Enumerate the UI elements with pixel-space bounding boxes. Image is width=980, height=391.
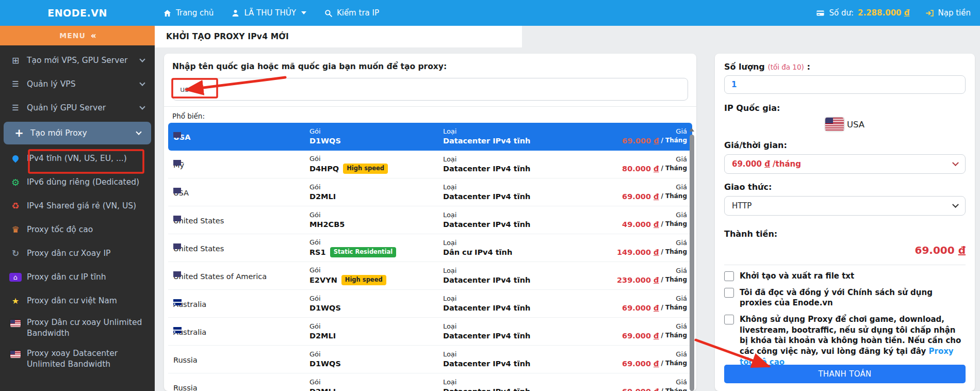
sidebar-item-proxy-residential-vn[interactable]: Proxy dân cư việt Nam [0,289,155,313]
row-type-header: Loại [443,378,605,387]
scrollbar-up-arrow-icon[interactable] [689,128,694,132]
row-type-cell: Loại Datacenter IPv4 tĩnh [443,183,605,202]
proxy-row[interactable]: Australia Gói D2MLI Loại Datacenter IPv4… [168,318,692,346]
row-price-value: 49.000 đ [622,220,659,230]
sidebar-item-ipv4-shared[interactable]: IPv4 Shared giá rẻ (VN, US) [0,194,155,218]
agree-policy-checkbox[interactable] [724,288,734,298]
proxy-row[interactable]: USA Gói D2MLI Loại Datacenter IPv4 tĩnh … [168,178,692,206]
sidebar-item-proxy-datacenter-unlimited[interactable]: Proxy xoay Datacenter Unlimited Bandwidt… [0,344,155,374]
row-type-header: Loại [443,322,605,331]
nav-check-ip[interactable]: Kiểm tra IP [324,8,379,18]
logo[interactable]: ENODE.VN [0,7,155,19]
export-txt-option: Khởi tạo và xuất ra file txt [724,271,966,282]
sidebar-item-proxy-rotating-unlimited[interactable]: Proxy Dân cư xoay Unlimited Bandwidth [0,313,155,344]
protocol-label: Giao thức: [724,182,966,192]
row-price-header: Giá [605,155,687,164]
row-package-cell: Gói D4HPQHigh speed [309,155,443,174]
row-price-suffix: / Tháng [661,165,687,173]
sidebar-item-create-vps-gpu[interactable]: Tạo mới VPS, GPU Server [0,48,155,72]
row-price-value: 69.000 đ [622,136,659,146]
proxy-row[interactable]: United States Gói RS1Static Residential … [168,234,692,262]
proxy-row[interactable]: Mỹ Gói D4HPQHigh speed Loại Datacenter I… [168,151,692,178]
sidebar-item-proxy-residential-rotating[interactable]: Proxy dân cư Xoay IP [0,241,155,265]
sidebar-item-manage-vps[interactable]: Quản lý VPS [0,72,155,96]
row-price-header: Giá [605,239,687,248]
sidebar-item-proxy-residential-static[interactable]: Proxy dân cư IP tĩnh [0,265,155,289]
row-package-code: MH2CB5 [309,220,345,230]
nav-right: Số dư: 2.288.000 đ Nạp tiền [816,8,980,18]
menu-collapse-header[interactable]: MENU « [0,26,155,45]
row-package-cell: Gói D2MLI [309,183,443,202]
currency-symbol: đ [654,360,659,368]
row-type-cell: Loại Datacenter IPv4 tĩnh [443,127,605,146]
chevron-down-icon [952,159,959,166]
price-duration-value: 69.000 đ /tháng [732,159,801,169]
row-type-cell: Loại Datacenter IPv4 tĩnh [443,378,605,391]
proxy-row[interactable]: Russia Gói D1WQS Loại Datacenter IPv4 tĩ… [168,346,692,373]
row-price-suffix: / Tháng [661,360,687,368]
row-country-cell: United States [173,216,309,225]
topup-button[interactable]: Nạp tiền [925,8,971,18]
row-package-header: Gói [309,322,443,331]
price-duration-select[interactable]: 69.000 đ /tháng [724,154,966,174]
list-scrollbar[interactable] [689,126,695,391]
quantity-label: Số lượng (tối đa 10) : [724,62,966,72]
row-package-code: D4HPQ [309,164,339,174]
row-package-header: Gói [309,238,443,247]
row-type-header: Loại [443,350,605,359]
nav-home[interactable]: Trang chủ [163,8,214,18]
home-icon [9,273,22,282]
row-price-suffix: / Tháng [661,332,687,340]
currency-symbol: đ [654,276,659,284]
sidebar-item-ipv4-static[interactable]: IPv4 tĩnh (VN, US, EU, ...) [0,146,155,170]
row-badge: High speed [341,275,386,285]
sidebar-item-create-proxy[interactable]: Tạo mới Proxy [4,122,151,144]
balance[interactable]: Số dư: 2.288.000 đ [816,8,909,18]
row-type-header: Loại [443,183,605,192]
usage-terms-option: Không sử dụng Proxy để chơi game, downlo… [724,314,966,367]
sidebar-item-manage-gpu[interactable]: Quản lý GPU Server [0,96,155,120]
nav-user-menu[interactable]: LÃ THU THỦY [231,8,306,18]
row-type-cell: Loại Datacenter IPv4 tĩnh [443,350,605,369]
export-txt-checkbox[interactable] [724,271,734,281]
row-type-cell: Loại Datacenter IPv4 tĩnh [443,295,605,313]
row-package-code: D2MLI [309,331,336,341]
sidebar-item-proxy-high-speed[interactable]: Proxy tốc độ cao [0,218,155,241]
row-package-header: Gói [309,266,443,275]
sidebar-item-ipv6-dedicated[interactable]: IPv6 dùng riêng (Dedicated) [0,170,155,194]
pay-button[interactable]: THANH TOÁN [724,365,966,383]
proxy-row[interactable]: Russia Gói D2MLI Loại Datacenter IPv4 tĩ… [168,373,692,391]
proxy-row[interactable]: USA Gói D1WQS Loại Datacenter IPv4 tĩnh … [168,123,692,151]
menu-header-label: MENU [59,31,86,40]
row-package-header: Gói [309,127,443,136]
proxy-row[interactable]: Australia Gói D1WQS Loại Datacenter IPv4… [168,290,692,318]
credit-card-icon [816,9,825,18]
row-package-code: RS1 [309,248,326,257]
row-country-name: USA [173,133,309,141]
proxy-create-card: Nhập tên quốc gia hoặc mã quốc gia bạn m… [164,54,696,391]
nav-check-ip-label: Kiểm tra IP [337,8,379,18]
row-package-cell: Gói MH2CB5 [309,211,443,230]
row-package-header: Gói [309,378,443,387]
proxy-row[interactable]: United States Gói MH2CB5 Loại Datacenter… [168,206,692,234]
row-price-cell: Giá 69.000 đ/ Tháng [605,183,687,202]
row-price-suffix: / Tháng [661,387,687,391]
row-package-cell: Gói D2MLI [309,378,443,391]
row-price-cell: Giá 69.000 đ/ Tháng [605,378,687,391]
country-search-input[interactable] [172,78,688,101]
quantity-input[interactable] [724,75,966,94]
row-badge: Static Residential [330,247,397,257]
scrollbar-thumb[interactable] [690,135,694,391]
row-package-code: D2MLI [309,192,336,202]
user-icon [231,9,240,18]
row-type-value: Datacenter IPv4 tĩnh [443,303,605,313]
currency-symbol: đ [654,304,659,312]
usage-terms-checkbox[interactable] [724,315,734,324]
sidebar-item-label: Proxy xoay Datacenter Unlimited Bandwidt… [27,348,148,370]
row-price-cell: Giá 149.000 đ/ Tháng [605,239,687,257]
proxy-row[interactable]: United States of America Gói E2VYNHigh s… [168,262,692,290]
protocol-select[interactable]: HTTP [724,196,966,216]
row-package-code: E2VYN [309,275,337,285]
row-type-header: Loại [443,155,605,164]
row-country-cell: United States of America [173,271,309,281]
